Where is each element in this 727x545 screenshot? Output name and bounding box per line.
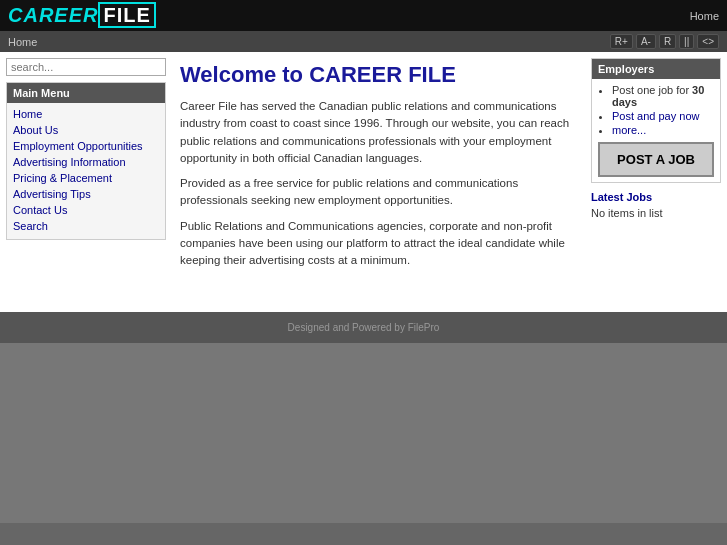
list-item: About Us [13,123,159,137]
top-nav-links: Home [682,9,719,23]
list-item: Advertising Information [13,155,159,169]
latest-jobs-empty: No items in list [591,207,721,219]
sidebar-item-employment[interactable]: Employment Opportunities [13,140,143,152]
paragraph-2: Provided as a free service for public re… [180,175,577,210]
page-title: Welcome to CAREER FILE [180,62,577,88]
sidebar-item-pricing[interactable]: Pricing & Placement [13,172,112,184]
main-content: Welcome to CAREER FILE Career File has s… [172,58,585,306]
sidebar-item-advertising[interactable]: Advertising Information [13,156,126,168]
list-item: Pricing & Placement [13,171,159,185]
latest-jobs-title: Latest Jobs [591,191,721,203]
post-job-button[interactable]: POST A JOB [598,142,714,177]
sidebar-menu-list: Home About Us Employment Opportunities A… [7,103,165,239]
employers-list: Post one job for 30 days Post and pay no… [598,84,714,136]
toolbar-btn-pause[interactable]: || [679,34,694,49]
footer: Designed and Powered by FilePro [0,312,727,343]
logo-career: CAREER [8,4,98,26]
toolbar-btn-decrease[interactable]: A- [636,34,656,49]
sidebar-item-about[interactable]: About Us [13,124,58,136]
post-pay-link[interactable]: Post and pay now [612,110,699,122]
breadcrumb-bar: Home R+ A- R || <> [0,31,727,52]
logo: CAREERFILE [8,4,156,27]
employers-header: Employers [592,59,720,79]
paragraph-3: Public Relations and Communications agen… [180,218,577,270]
main-wrapper: Main Menu Home About Us Employment Oppor… [0,52,727,343]
toolbar-btn-arrows[interactable]: <> [697,34,719,49]
employers-item-2: Post and pay now [612,110,714,122]
gray-bottom [0,343,727,523]
sidebar-menu: Main Menu Home About Us Employment Oppor… [6,82,166,240]
logo-file: FILE [98,2,155,28]
content-area: Main Menu Home About Us Employment Oppor… [0,52,727,312]
list-item: Employment Opportunities [13,139,159,153]
welcome-text: Career File has served the Canadian publ… [180,98,577,269]
search-input[interactable] [6,58,166,76]
list-item: Advertising Tips [13,187,159,201]
right-sidebar: Employers Post one job for 30 days Post … [591,58,721,306]
sidebar: Main Menu Home About Us Employment Oppor… [6,58,166,306]
employers-box: Employers Post one job for 30 days Post … [591,58,721,183]
more-link[interactable]: more... [612,124,646,136]
footer-text: Designed and Powered by FilePro [288,322,440,333]
sidebar-item-tips[interactable]: Advertising Tips [13,188,91,200]
top-bar: CAREERFILE Home [0,0,727,31]
toolbar-btn-increase[interactable]: R+ [610,34,633,49]
list-item: Home [13,107,159,121]
sidebar-menu-header: Main Menu [7,83,165,103]
nav-home-link[interactable]: Home [690,10,719,22]
toolbar-btn-reset[interactable]: R [659,34,676,49]
employers-item-1: Post one job for 30 days [612,84,714,108]
latest-jobs-section: Latest Jobs No items in list [591,191,721,219]
toolbar-icons: R+ A- R || <> [610,34,719,49]
list-item: Contact Us [13,203,159,217]
employers-item-3: more... [612,124,714,136]
list-item: Search [13,219,159,233]
sidebar-item-search[interactable]: Search [13,220,48,232]
paragraph-1: Career File has served the Canadian publ… [180,98,577,167]
sidebar-item-home[interactable]: Home [13,108,42,120]
employers-content: Post one job for 30 days Post and pay no… [592,79,720,182]
breadcrumb: Home [8,36,37,48]
sidebar-item-contact[interactable]: Contact Us [13,204,67,216]
